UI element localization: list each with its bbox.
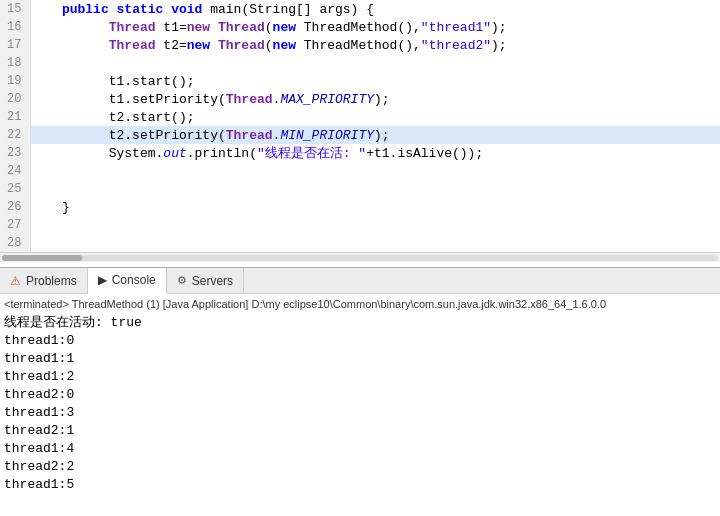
console-output: 线程是否在活动: truethread1:0thread1:1thread1:2… bbox=[4, 314, 716, 494]
code-editor: 15 public static void main(String[] args… bbox=[0, 0, 720, 268]
console-line: thread2:2 bbox=[4, 458, 716, 476]
tab-label: Problems bbox=[26, 274, 77, 288]
line-number: 15 bbox=[0, 0, 30, 18]
console-line: thread2:0 bbox=[4, 386, 716, 404]
problems-icon: ⚠ bbox=[10, 274, 21, 288]
code-line: System.out.println("线程是否在活: "+t1.isAlive… bbox=[30, 144, 720, 162]
code-line bbox=[30, 54, 720, 72]
code-line: t2.setPriority(Thread.MIN_PRIORITY); bbox=[30, 126, 720, 144]
code-table: 15 public static void main(String[] args… bbox=[0, 0, 720, 252]
line-number: 26 bbox=[0, 198, 30, 216]
console-header: <terminated> ThreadMethod (1) [Java Appl… bbox=[4, 296, 716, 312]
line-number: 19 bbox=[0, 72, 30, 90]
tab-console[interactable]: ▶Console bbox=[88, 268, 167, 294]
line-number: 18 bbox=[0, 54, 30, 72]
line-number: 23 bbox=[0, 144, 30, 162]
tab-servers[interactable]: ⚙Servers bbox=[167, 268, 244, 293]
console-line: thread1:0 bbox=[4, 332, 716, 350]
code-line bbox=[30, 216, 720, 234]
code-line: t2.start(); bbox=[30, 108, 720, 126]
code-line: } bbox=[30, 198, 720, 216]
console-line: thread1:2 bbox=[4, 368, 716, 386]
line-number: 20 bbox=[0, 90, 30, 108]
console-line: thread2:1 bbox=[4, 422, 716, 440]
console-line: 线程是否在活动: true bbox=[4, 314, 716, 332]
console-icon: ▶ bbox=[98, 273, 107, 287]
console-line: thread1:4 bbox=[4, 440, 716, 458]
editor-scrollbar[interactable] bbox=[0, 252, 720, 262]
tab-problems[interactable]: ⚠Problems bbox=[0, 268, 88, 293]
code-line: t1.start(); bbox=[30, 72, 720, 90]
console-line: thread1:1 bbox=[4, 350, 716, 368]
code-line: public static void main(String[] args) { bbox=[30, 0, 720, 18]
code-line: Thread t1=new Thread(new ThreadMethod(),… bbox=[30, 18, 720, 36]
tab-label: Console bbox=[112, 273, 156, 287]
code-line bbox=[30, 180, 720, 198]
code-line bbox=[30, 234, 720, 252]
line-number: 24 bbox=[0, 162, 30, 180]
servers-icon: ⚙ bbox=[177, 274, 187, 287]
line-number: 16 bbox=[0, 18, 30, 36]
console-line: thread1:3 bbox=[4, 404, 716, 422]
code-line: Thread t2=new Thread(new ThreadMethod(),… bbox=[30, 36, 720, 54]
console-area: <terminated> ThreadMethod (1) [Java Appl… bbox=[0, 294, 720, 516]
scrollbar-thumb bbox=[2, 255, 82, 261]
line-number: 25 bbox=[0, 180, 30, 198]
line-number: 22 bbox=[0, 126, 30, 144]
tab-bar: ⚠Problems▶Console⚙Servers bbox=[0, 268, 720, 294]
console-line: thread1:5 bbox=[4, 476, 716, 494]
line-number: 27 bbox=[0, 216, 30, 234]
line-number: 21 bbox=[0, 108, 30, 126]
line-number: 28 bbox=[0, 234, 30, 252]
line-number: 17 bbox=[0, 36, 30, 54]
scrollbar-track bbox=[2, 255, 718, 261]
code-line: t1.setPriority(Thread.MAX_PRIORITY); bbox=[30, 90, 720, 108]
code-line bbox=[30, 162, 720, 180]
tab-label: Servers bbox=[192, 274, 233, 288]
